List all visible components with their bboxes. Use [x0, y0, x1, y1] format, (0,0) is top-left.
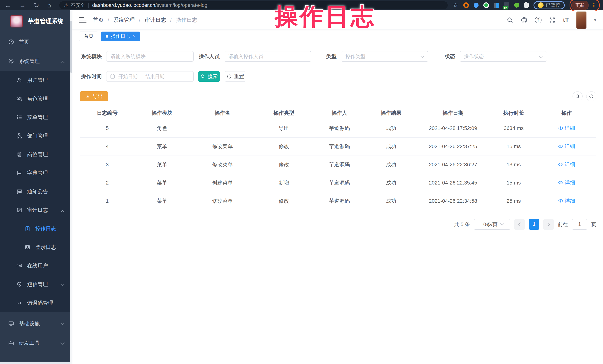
page-size-select[interactable]: 10条/页: [474, 219, 510, 230]
sidebar-item-announcements[interactable]: 通知公告: [0, 182, 72, 201]
help-icon[interactable]: ?: [535, 17, 542, 23]
sidebar-item-login-log[interactable]: 登录日志: [0, 238, 72, 256]
prev-page-button[interactable]: [514, 219, 525, 230]
extensions-puzzle-icon[interactable]: [524, 3, 529, 8]
gear-icon: [8, 58, 14, 64]
breadcrumb-current: 操作日志: [176, 16, 197, 24]
font-size-icon[interactable]: tT: [563, 17, 569, 23]
announcement-icon: [16, 188, 22, 195]
eye-icon: [558, 125, 563, 131]
reset-button[interactable]: 重置: [225, 71, 246, 82]
paused-extension-badge[interactable]: 已暂停: [533, 1, 565, 9]
sidebar-item-system[interactable]: 系统管理: [0, 52, 72, 71]
forward-icon[interactable]: →: [19, 2, 26, 8]
detail-link[interactable]: 详细: [558, 124, 575, 132]
security-label[interactable]: 不安全: [70, 2, 85, 9]
sidebar-scrollbar[interactable]: [70, 11, 72, 364]
org-tree-icon: [16, 133, 22, 139]
search-icon: [200, 74, 206, 79]
address-bar[interactable]: ⚠ 不安全 dashboard.yudao.iocoder.cn /system…: [59, 1, 448, 9]
current-page[interactable]: 1: [529, 219, 539, 230]
error-code-icon: [16, 300, 22, 306]
dictionary-icon: [16, 170, 22, 176]
pagination: 共 5 条 10条/页 1 前往 页: [80, 219, 596, 230]
end-date-placeholder: 结束日期: [145, 73, 165, 80]
chevron-down-icon: [60, 321, 64, 325]
caret-down-icon[interactable]: ▾: [594, 17, 596, 23]
avatar[interactable]: [576, 11, 586, 29]
github-icon[interactable]: [521, 17, 527, 23]
divider: [88, 3, 89, 8]
back-icon[interactable]: ←: [5, 2, 11, 8]
operator-input[interactable]: [224, 51, 311, 62]
tag-home[interactable]: 首页: [79, 32, 98, 41]
emoji-icon: [538, 2, 544, 8]
reload-icon[interactable]: ↻: [34, 2, 39, 8]
extension-bars-icon[interactable]: [494, 3, 499, 8]
detail-link[interactable]: 详细: [558, 197, 575, 204]
role-icon: [16, 96, 22, 102]
extension-drop-icon[interactable]: [473, 2, 480, 9]
sidebar-item-dev-tools[interactable]: 研发工具: [0, 333, 72, 353]
sidebar-item-error-codes[interactable]: 错误码管理: [0, 294, 72, 312]
post-badge-icon: [16, 152, 22, 157]
search-button[interactable]: 搜索: [198, 71, 220, 82]
menu-kebab-icon[interactable]: ⋮: [591, 2, 597, 9]
tags-view-bar: 首页 操作日志 ×: [72, 30, 603, 43]
type-select[interactable]: 操作类型: [341, 51, 428, 62]
breadcrumb-system[interactable]: 系统管理: [113, 16, 135, 24]
extension-orange-icon[interactable]: [463, 2, 469, 8]
sidebar-item-online-users[interactable]: 在线用户: [0, 256, 72, 275]
update-button[interactable]: 更新: [571, 1, 589, 10]
breadcrumb-audit[interactable]: 审计日志: [145, 16, 166, 24]
sidebar-item-menus[interactable]: 菜单管理: [0, 108, 72, 127]
sidebar-item-home[interactable]: 首页: [0, 32, 72, 52]
user-icon: [16, 77, 22, 83]
sidebar-item-departments[interactable]: 部门管理: [0, 127, 72, 145]
extension-leaf-icon[interactable]: [514, 3, 519, 8]
export-button[interactable]: 导出: [80, 91, 108, 101]
refresh-table-button[interactable]: [586, 91, 596, 101]
date-range-picker[interactable]: 开始日期 - 结束日期: [106, 71, 194, 82]
sidebar-item-sms[interactable]: 短信管理: [0, 275, 72, 294]
sidebar-item-posts[interactable]: 岗位管理: [0, 145, 72, 164]
status-select[interactable]: 操作状态: [460, 51, 547, 62]
app-logo-row[interactable]: 芋道管理系统: [0, 11, 72, 32]
search-icon[interactable]: [507, 17, 513, 23]
main-area: 首页 / 系统管理 / 审计日志 / 操作日志 ? tT ▾ 首页: [72, 11, 603, 364]
module-input[interactable]: [106, 51, 194, 62]
goto-page-input[interactable]: [572, 219, 587, 230]
extension-switch-icon[interactable]: on: [504, 2, 509, 8]
sidebar-h-scrollbar[interactable]: [0, 362, 70, 364]
detail-link[interactable]: 详细: [558, 143, 575, 150]
sidebar-item-operate-log[interactable]: 操作日志: [0, 220, 72, 238]
close-icon[interactable]: ×: [133, 34, 135, 39]
chevron-down-icon: [60, 282, 64, 286]
sidebar-item-users[interactable]: 用户管理: [0, 71, 72, 89]
detail-link[interactable]: 详细: [558, 179, 575, 186]
tag-operate-log[interactable]: 操作日志 ×: [101, 32, 140, 41]
sidebar-item-roles[interactable]: 角色管理: [0, 89, 72, 108]
eye-icon: [558, 180, 563, 185]
infrastructure-icon: [8, 321, 14, 327]
active-dot: [106, 35, 108, 38]
extension-green-icon[interactable]: [483, 2, 489, 8]
bookmark-star-icon[interactable]: ☆: [453, 1, 458, 9]
sidebar-item-dictionary[interactable]: 字典管理: [0, 164, 72, 182]
time-label: 操作时间: [80, 73, 102, 80]
sidebar-item-infrastructure[interactable]: 基础设施: [0, 314, 72, 333]
url-path: /system/log/operate-log: [155, 2, 208, 8]
hamburger-icon[interactable]: [79, 17, 87, 23]
total-count: 共 5 条: [454, 221, 470, 228]
home-icon[interactable]: ⌂: [47, 2, 51, 8]
sidebar-item-audit-log[interactable]: 审计日志: [0, 201, 72, 220]
goto-label: 前往: [558, 221, 568, 228]
chevron-up-icon: [60, 61, 64, 65]
operate-log-icon: [24, 226, 30, 232]
next-page-button[interactable]: [543, 219, 554, 230]
show-search-button[interactable]: [573, 91, 583, 101]
scrollbar-thumb[interactable]: [70, 21, 72, 73]
fullscreen-icon[interactable]: [549, 17, 556, 23]
breadcrumb-home[interactable]: 首页: [93, 16, 104, 24]
detail-link[interactable]: 详细: [558, 161, 575, 168]
